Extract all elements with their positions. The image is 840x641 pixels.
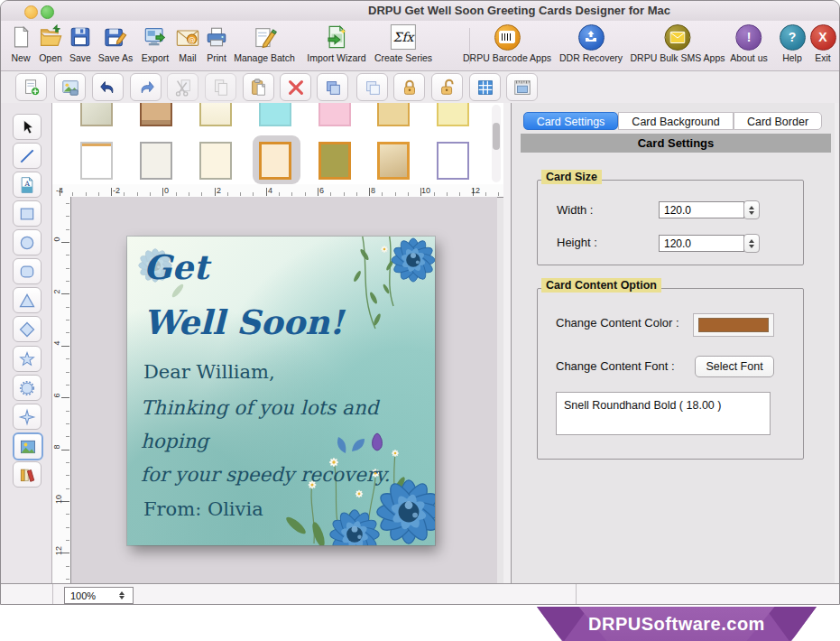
open-button[interactable]: Open (37, 23, 64, 63)
drpu-barcode-apps-button[interactable]: DRPU Barcode Apps (463, 23, 551, 63)
template-thumbnail[interactable] (318, 103, 351, 126)
ruler-label: 10 (421, 186, 430, 195)
template-thumbnail[interactable] (377, 142, 410, 180)
template-thumbnail[interactable] (318, 142, 351, 180)
stepper-up-icon[interactable] (749, 206, 754, 209)
design-canvas[interactable]: Get Well Soon! Dear William, Thinking of… (71, 197, 497, 583)
tab-card-border[interactable]: Card Border (734, 112, 822, 130)
new-button[interactable]: New (7, 23, 34, 63)
cut-icon (173, 78, 193, 98)
undo-button[interactable] (92, 73, 124, 101)
ellipse-tool-button[interactable] (13, 229, 42, 255)
tab-card-background[interactable]: Card Background (618, 112, 734, 130)
content-font-label: Change Content Font : (556, 359, 675, 373)
zoom-level-select[interactable]: 100% (64, 587, 134, 604)
grid-button[interactable] (469, 73, 501, 101)
unlock-button[interactable] (431, 73, 463, 101)
library-tool-button[interactable] (13, 461, 42, 488)
save-button[interactable]: Save (67, 23, 94, 63)
lock-button[interactable] (393, 73, 425, 101)
template-scrollbar[interactable] (492, 105, 501, 182)
paste-button[interactable] (243, 73, 274, 101)
tab-card-settings[interactable]: Card Settings (523, 112, 618, 130)
redo-button[interactable] (130, 73, 162, 101)
card-title-line2: Well Soon! (143, 293, 344, 352)
scrollbar-thumb[interactable] (493, 123, 500, 150)
template-thumbnail[interactable] (80, 103, 113, 126)
template-thumbnail[interactable] (377, 103, 410, 126)
cut-button[interactable] (167, 73, 198, 101)
height-stepper[interactable] (743, 234, 760, 253)
group-objects-button[interactable] (317, 73, 348, 101)
stepper-down-icon[interactable] (749, 245, 754, 248)
text-tool-button[interactable]: A (13, 172, 42, 198)
add-card-button[interactable] (15, 73, 47, 101)
save-as-button[interactable]: Save As (98, 23, 134, 63)
statusbar-divider (52, 584, 53, 605)
template-thumbnail[interactable] (199, 142, 232, 180)
select-tool-button[interactable] (13, 114, 42, 140)
rounded-rect-tool-button[interactable] (13, 258, 42, 284)
drpu-bulk-sms-apps-button[interactable]: DRPU Bulk SMS Apps (630, 23, 725, 63)
four-point-star-tool-icon (18, 408, 36, 426)
select-font-button[interactable]: Select Font (695, 356, 774, 377)
application-window: DRPU Get Well Soon Greeting Cards Design… (0, 0, 840, 641)
stepper-up-icon[interactable] (749, 239, 754, 243)
rectangle-tool-button[interactable] (13, 200, 42, 227)
template-thumbnail[interactable] (140, 142, 172, 180)
triangle-tool-button[interactable] (13, 287, 42, 313)
line-tool-button[interactable] (13, 143, 42, 169)
stepper-down-icon[interactable] (749, 211, 754, 215)
template-thumbnail[interactable] (140, 103, 172, 126)
panel-scrollbar[interactable] (835, 103, 840, 583)
image-tool-button[interactable] (13, 432, 43, 460)
star-tool-icon (18, 350, 36, 368)
about-us-button[interactable]: ! About us (730, 23, 767, 63)
template-thumbnail[interactable] (80, 142, 113, 180)
card-message-text[interactable]: Thinking of you lots and hoping for your… (141, 392, 435, 492)
seal-tool-button[interactable] (13, 375, 42, 401)
diamond-tool-icon (18, 320, 36, 339)
star-tool-button[interactable] (13, 346, 42, 372)
card-title-text[interactable]: Get Well Soon! (143, 238, 344, 352)
ruler-label: 4 (268, 186, 272, 195)
delete-button[interactable] (280, 73, 311, 101)
export-button[interactable]: Export (142, 23, 169, 63)
mail-button[interactable]: @ Mail (174, 23, 201, 63)
image-export-button[interactable] (54, 73, 86, 101)
template-thumbnail[interactable] (437, 142, 469, 180)
diamond-tool-button[interactable] (13, 316, 42, 342)
create-series-button[interactable]: Σfx Create Series (374, 23, 432, 63)
template-thumbnail[interactable] (259, 103, 291, 126)
import-wizard-button[interactable]: Import Wizard (307, 23, 365, 63)
card-greeting-text[interactable]: Dear William, (143, 361, 275, 383)
height-input[interactable] (659, 235, 744, 252)
card-from-text[interactable]: From: Olivia (143, 498, 263, 520)
grid-icon (475, 78, 495, 98)
save-as-floppy-icon (102, 23, 129, 51)
ruler-window-button[interactable] (506, 73, 538, 101)
four-point-star-tool-button[interactable] (13, 404, 42, 430)
manage-batch-button[interactable]: Manage Batch (234, 23, 295, 63)
print-button[interactable]: Print (203, 23, 230, 63)
exit-button[interactable]: X Exit (809, 23, 836, 63)
template-thumbnail-selected[interactable] (259, 142, 291, 180)
width-stepper[interactable] (743, 200, 760, 219)
content-color-picker[interactable] (693, 313, 774, 337)
font-name-display: Snell Roundhand Bold ( 18.00 ) (556, 392, 771, 435)
template-thumbnail[interactable] (199, 103, 232, 126)
ungroup-objects-button[interactable] (356, 73, 388, 101)
template-thumbnail[interactable] (437, 103, 469, 126)
copy-button[interactable] (205, 73, 236, 101)
triangle-tool-icon (18, 292, 36, 310)
greeting-card[interactable]: Get Well Soon! Dear William, Thinking of… (127, 237, 435, 545)
zoom-stepper-icon[interactable] (115, 591, 133, 599)
ddr-recovery-button[interactable]: DDR Recovery (559, 23, 623, 63)
ddr-recovery-icon (577, 23, 605, 51)
title-bar[interactable]: DRPU Get Well Soon Greeting Cards Design… (1, 1, 839, 22)
toolbar-label: Open (39, 52, 62, 63)
ruler-label: 0 (52, 237, 61, 241)
ruler-label: -4 (56, 186, 63, 195)
width-input[interactable] (659, 201, 744, 218)
help-button[interactable]: ? Help (779, 23, 806, 63)
